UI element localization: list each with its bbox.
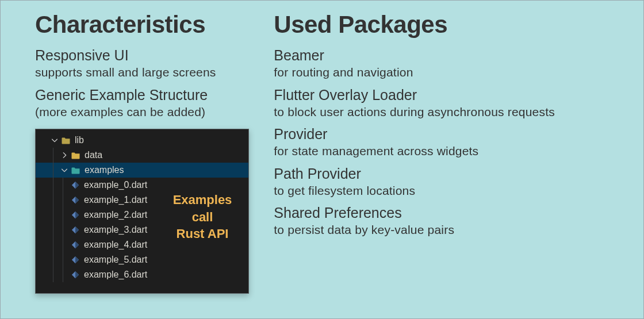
dart-file-icon: [70, 240, 80, 250]
package-item: Provider for state management across wid…: [274, 125, 620, 159]
file-tree-panel: lib data: [35, 129, 249, 294]
package-sub: for state management across widgets: [274, 143, 620, 159]
package-item: Flutter Overlay Loader to block user act…: [274, 86, 620, 120]
package-item: Beamer for routing and navigation: [274, 47, 620, 80]
callout-line: Rust API: [166, 225, 239, 243]
characteristic-title: Generic Example Structure: [35, 86, 256, 104]
folder-icon: [61, 135, 71, 145]
slide: Characteristics Responsive UI supports s…: [0, 0, 644, 319]
tree-row-data[interactable]: data: [36, 148, 248, 163]
characteristic-sub: (more examples can be added): [35, 104, 256, 120]
package-sub: to block user actions during asynchronou…: [274, 104, 620, 120]
dart-file-icon: [70, 210, 80, 220]
tree-label: example_5.dart: [84, 255, 147, 265]
packages-column: Used Packages Beamer for routing and nav…: [262, 11, 620, 308]
tree-label: example_3.dart: [84, 225, 147, 235]
callout-line: Examples: [166, 191, 239, 209]
packages-heading: Used Packages: [274, 11, 620, 39]
tree-row-file[interactable]: example_0.dart: [36, 178, 248, 193]
chevron-down-icon: [60, 166, 68, 174]
package-title: Provider: [274, 125, 620, 143]
rust-api-callout: Examples call Rust API: [166, 191, 239, 243]
package-sub: for routing and navigation: [274, 64, 620, 80]
package-title: Beamer: [274, 47, 620, 64]
package-title: Flutter Overlay Loader: [274, 86, 620, 104]
tree-label: data: [85, 150, 102, 160]
package-title: Shared Preferences: [274, 204, 620, 222]
tree-row-examples[interactable]: examples: [36, 163, 248, 178]
tree-row-file[interactable]: example_5.dart: [36, 252, 248, 267]
callout-line: call: [166, 209, 239, 226]
tree-row-lib[interactable]: lib: [36, 133, 248, 148]
tree-row-file[interactable]: example_6.dart: [36, 267, 248, 282]
dart-file-icon: [70, 180, 80, 190]
dart-file-icon: [70, 270, 80, 280]
package-sub: to get filesystem locations: [274, 183, 620, 198]
tree-label: example_2.dart: [84, 210, 147, 220]
characteristic-sub: supports small and large screens: [35, 64, 256, 80]
dart-file-icon: [70, 225, 80, 235]
characteristic-title: Responsive UI: [35, 47, 256, 64]
characteristic-item: Generic Example Structure (more examples…: [35, 86, 256, 120]
package-item: Path Provider to get filesystem location…: [274, 165, 620, 199]
package-title: Path Provider: [274, 165, 620, 183]
folder-icon: [71, 150, 81, 160]
package-sub: to persist data by key-value pairs: [274, 222, 620, 237]
characteristic-item: Responsive UI supports small and large s…: [35, 47, 256, 80]
tree-label: examples: [85, 165, 124, 175]
tree-label: lib: [75, 135, 84, 145]
characteristics-column: Characteristics Responsive UI supports s…: [35, 11, 262, 308]
folder-icon: [71, 165, 81, 175]
chevron-right-icon: [60, 151, 68, 159]
dart-file-icon: [70, 195, 80, 205]
tree-label: example_4.dart: [84, 240, 147, 250]
characteristics-heading: Characteristics: [35, 11, 256, 39]
tree-label: example_6.dart: [84, 270, 147, 280]
tree-label: example_1.dart: [84, 195, 147, 205]
chevron-down-icon: [51, 136, 59, 144]
tree-label: example_0.dart: [84, 180, 147, 190]
dart-file-icon: [70, 255, 80, 265]
package-item: Shared Preferences to persist data by ke…: [274, 204, 620, 238]
